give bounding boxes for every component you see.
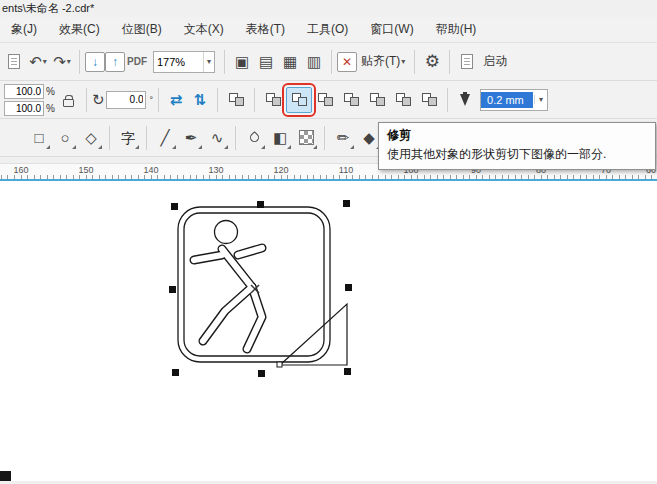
menu-bitmaps[interactable]: 位图(B) xyxy=(111,17,173,42)
simplify-icon xyxy=(344,93,359,106)
clipped-tool[interactable] xyxy=(2,125,26,151)
freehand-tool[interactable]: ╱ xyxy=(152,124,178,152)
smart-fill-icon: ◧ xyxy=(273,130,287,145)
selection-handle[interactable] xyxy=(257,201,264,208)
separator xyxy=(158,88,159,112)
window-title: ents\未命名 -2.cdr* xyxy=(0,0,657,17)
ruler-tick-label: 140 xyxy=(138,165,164,175)
selected-object-group[interactable] xyxy=(150,189,360,389)
lock-ratio-button[interactable] xyxy=(57,87,81,113)
weld-icon xyxy=(266,93,281,106)
export-icon: ↑ xyxy=(112,56,118,68)
triangle-shape[interactable] xyxy=(280,304,347,365)
import-button[interactable]: ↓ xyxy=(85,52,105,72)
grid-icon: ▦ xyxy=(283,54,297,69)
shape-glyph xyxy=(324,97,333,106)
scale-y-input[interactable] xyxy=(4,101,44,116)
menu-text[interactable]: 文本(X) xyxy=(173,17,235,42)
menu-effects[interactable]: 效果(C) xyxy=(48,17,111,42)
redo-button[interactable]: ↷▾ xyxy=(50,49,74,75)
ellipse-tool[interactable]: ○ xyxy=(52,124,78,152)
options-button[interactable]: ⚙ xyxy=(420,49,444,75)
selection-handle[interactable] xyxy=(169,286,176,293)
drawing-canvas[interactable] xyxy=(0,181,657,481)
front-minus-back-button[interactable] xyxy=(364,87,390,113)
curve-node[interactable] xyxy=(277,362,282,367)
bezier-tool[interactable]: ∿ xyxy=(204,124,230,152)
mirror-vertical-button[interactable]: ⇅ xyxy=(188,87,212,113)
shape-glyph xyxy=(298,97,307,106)
shape-glyph xyxy=(402,97,411,106)
outline-width-value[interactable]: 0.2 mm xyxy=(481,92,533,108)
selection-handle[interactable] xyxy=(258,370,265,377)
transparency-icon xyxy=(299,130,314,145)
menu-object[interactable]: 象(J) xyxy=(0,17,48,42)
launch-button[interactable]: 启动 xyxy=(479,50,511,74)
trim-tooltip: 修剪 使用其他对象的形状剪切下图像的一部分. xyxy=(378,122,656,170)
outline-pen-button[interactable] xyxy=(453,87,477,113)
fullscreen-icon: ▣ xyxy=(235,54,249,69)
smart-fill-tool[interactable]: ◧ xyxy=(267,124,293,152)
separator xyxy=(146,126,147,150)
publish-pdf-button[interactable]: PDF xyxy=(125,49,149,75)
rotation-input[interactable] xyxy=(106,91,146,109)
shape-glyph xyxy=(235,97,244,106)
snap-to-button[interactable]: 贴齐(T)▾ xyxy=(357,50,409,74)
fullscreen-preview-button[interactable]: ▣ xyxy=(230,49,254,75)
selection-handle[interactable] xyxy=(343,200,350,207)
chevron-down-icon[interactable]: ▾ xyxy=(203,52,214,72)
polygon-tool[interactable]: ◇ xyxy=(78,124,104,152)
show-guidelines-button[interactable]: ▥ xyxy=(302,49,326,75)
running-man-figure[interactable] xyxy=(194,221,262,350)
separator xyxy=(414,50,415,74)
bezier-icon: ∿ xyxy=(211,130,224,145)
export-button[interactable]: ↑ xyxy=(105,52,125,72)
create-boundary-icon xyxy=(422,93,437,106)
outline-tool[interactable]: ✏ xyxy=(330,124,356,152)
undo-button[interactable]: ↶▾ xyxy=(26,49,50,75)
transparency-tool[interactable] xyxy=(293,124,319,152)
mirror-horizontal-icon: ⇄ xyxy=(170,92,183,107)
ellipse-icon: ○ xyxy=(60,130,69,145)
weld-button[interactable] xyxy=(260,87,286,113)
scale-x-row: % xyxy=(4,84,55,99)
back-minus-front-button[interactable] xyxy=(390,87,416,113)
launcher-doc-button[interactable] xyxy=(455,49,479,75)
selection-handle[interactable] xyxy=(345,284,352,291)
percent-label: % xyxy=(46,103,55,114)
chevron-down-icon: ▾ xyxy=(43,57,47,66)
show-grid-button[interactable]: ▦ xyxy=(278,49,302,75)
selection-handle[interactable] xyxy=(172,369,179,376)
pen-tool[interactable]: ✒ xyxy=(178,124,204,152)
app-window: ents\未命名 -2.cdr* 象(J) 效果(C) 位图(B) 文本(X) … xyxy=(0,0,657,484)
menu-window[interactable]: 窗口(W) xyxy=(359,17,424,42)
create-boundary-button[interactable] xyxy=(416,87,442,113)
figure-head xyxy=(215,221,238,244)
scale-x-input[interactable] xyxy=(4,84,44,99)
ruler-tick-label: 120 xyxy=(268,165,294,175)
mirror-horizontal-button[interactable]: ⇄ xyxy=(164,87,188,113)
zoom-input[interactable] xyxy=(154,53,202,71)
eyedropper-tool[interactable] xyxy=(241,124,267,152)
selection-handle[interactable] xyxy=(171,203,178,210)
chevron-down-icon[interactable]: ▾ xyxy=(534,95,547,104)
text-tool[interactable]: 字 xyxy=(115,124,141,152)
clipped-icon[interactable] xyxy=(2,49,26,75)
pencil-icon: ✏ xyxy=(337,130,350,145)
degree-label: ° xyxy=(149,95,153,105)
separator xyxy=(86,88,87,112)
separator xyxy=(447,88,448,112)
menu-table[interactable]: 表格(T) xyxy=(235,17,296,42)
pen-nib-icon xyxy=(460,94,470,106)
menu-tools[interactable]: 工具(O) xyxy=(296,17,359,42)
separator xyxy=(331,50,332,74)
show-rulers-button[interactable]: ▤ xyxy=(254,49,278,75)
simplify-button[interactable] xyxy=(338,87,364,113)
snap-off-button[interactable]: ✕ xyxy=(337,52,357,72)
menu-help[interactable]: 帮助(H) xyxy=(425,17,488,42)
trim-button[interactable] xyxy=(286,87,312,113)
rectangle-tool[interactable]: □ xyxy=(26,124,52,152)
combine-button[interactable] xyxy=(223,87,249,113)
selection-handle[interactable] xyxy=(344,368,351,375)
intersect-button[interactable] xyxy=(312,87,338,113)
